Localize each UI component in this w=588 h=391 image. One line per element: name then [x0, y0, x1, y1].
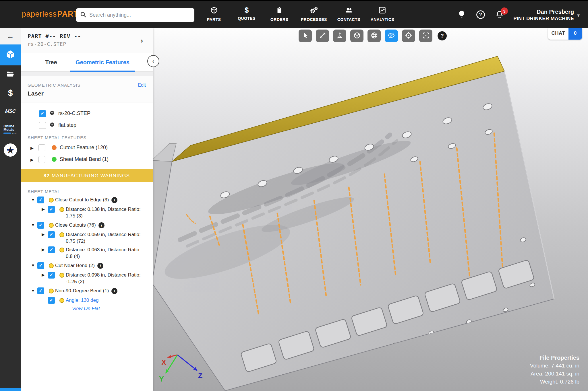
checkbox-checked[interactable]: ✓	[48, 297, 55, 304]
rail-item-3d-viewer[interactable]	[0, 44, 21, 65]
user-name: Dan Presberg	[513, 8, 574, 15]
rail-item-partial[interactable]	[0, 388, 21, 391]
panel-collapse-button[interactable]: ‹	[147, 55, 159, 67]
warning-group-row[interactable]: ▼ ✓ Non-90-Degree Bend (1) i	[31, 287, 148, 294]
caret-down-icon[interactable]: ▼	[31, 288, 36, 293]
caret-right-icon[interactable]: ▶	[42, 247, 46, 252]
view-on-flat-link[interactable]: --- View On Flat	[66, 306, 100, 312]
caret-down-icon[interactable]: ▼	[31, 197, 36, 202]
orient-target-button[interactable]	[402, 30, 415, 42]
warning-child-row[interactable]: ▶ ✓ Distance: 0.138 in, Distance Ratio: …	[42, 206, 148, 219]
warning-child-row[interactable]: ▶ ✓ Distance: 0.063 in, Distance Ratio: …	[42, 246, 148, 260]
caret-right-icon[interactable]: ▶	[30, 146, 35, 150]
checkbox-checked[interactable]: ✓	[39, 110, 46, 117]
caret-right-icon[interactable]: ▶	[42, 232, 46, 237]
warnings-tree: SHEET METAL ▼ ✓ Close Cutout to Edge (3)…	[21, 182, 153, 320]
checkbox-checked[interactable]: ✓	[48, 246, 55, 253]
rail-item-pricing[interactable]: $	[0, 84, 21, 102]
warning-child-row-selected[interactable]: ▶ ✓ Angle: 130 deg	[42, 297, 148, 304]
nav-item-contacts[interactable]: CONTACTS	[337, 5, 360, 22]
wireframe-view-button[interactable]	[368, 30, 381, 42]
warning-group-row[interactable]: ▼ ✓ Cut Near Bend (2) i	[31, 262, 148, 269]
warning-dot-icon	[59, 298, 64, 303]
warning-label: Non-90-Degree Bend (1)	[55, 287, 109, 294]
file-row[interactable]: ✓ rs-20-C.STEP	[28, 108, 146, 119]
nav-item-processes[interactable]: PROCESSES	[301, 5, 327, 22]
chevron-right-icon[interactable]: ›	[141, 37, 143, 45]
back-button[interactable]: ←	[0, 28, 21, 44]
feature-dot-icon	[52, 157, 57, 162]
3d-viewport[interactable]: X Y Z	[153, 28, 588, 391]
help-button[interactable]: ?	[475, 10, 486, 20]
checkbox-checked[interactable]: ✓	[37, 197, 44, 203]
warnings-count: 82	[44, 173, 50, 179]
nav-item-parts[interactable]: PARTS	[203, 5, 225, 22]
caret-right-icon[interactable]: ▶	[42, 207, 46, 211]
global-search[interactable]	[76, 8, 194, 22]
info-icon[interactable]: i	[98, 222, 105, 228]
info-icon[interactable]: i	[97, 263, 103, 269]
caret-down-icon[interactable]: ▼	[31, 223, 36, 227]
feature-row[interactable]: ▶ Cutout Feature (120)	[30, 142, 146, 153]
caret-right-icon[interactable]: ▶	[42, 273, 46, 277]
manufacturing-warnings-banner[interactable]: 82 MANUFACTURING WARNINGS	[21, 169, 153, 182]
solid-view-button[interactable]	[350, 30, 363, 42]
axis-y-label: Y	[159, 375, 164, 383]
focus-brackets-icon	[422, 32, 430, 40]
chevron-down-icon: ▼	[576, 13, 581, 18]
nav-item-quotes[interactable]: $ QUOTES	[235, 5, 258, 22]
viewer-help-button[interactable]: ?	[438, 31, 447, 40]
chevron-left-icon: ‹	[152, 58, 154, 64]
checkbox-unchecked[interactable]	[38, 156, 45, 163]
rail-item-online-metals[interactable]: Online Metals .com	[0, 120, 21, 139]
analysis-heading: GEOMETRIC ANALYSIS	[28, 83, 80, 87]
checkbox-checked[interactable]: ✓	[48, 206, 55, 213]
measure-tool-button[interactable]	[316, 30, 329, 42]
checkbox-unchecked[interactable]	[39, 122, 46, 129]
warning-child-row[interactable]: ▶ ✓ Distance: 0.059 in, Distance Ratio: …	[42, 231, 148, 244]
nav-item-analytics[interactable]: ANALYTICS	[371, 5, 394, 22]
user-org: PINT DRINKER MACHINE	[513, 15, 574, 22]
rail-item-bpi[interactable]: ★ BPI	[0, 139, 21, 161]
search-input[interactable]	[89, 12, 190, 18]
warning-child-row[interactable]: ▶ ✓ Distance: 0.098 in, Distance Ratio: …	[42, 272, 148, 285]
info-icon[interactable]: i	[111, 197, 117, 203]
caret-down-icon[interactable]: ▼	[31, 263, 36, 268]
analytics-chart-icon	[378, 6, 386, 15]
info-icon[interactable]: i	[111, 288, 117, 294]
checkbox-checked[interactable]: ✓	[37, 222, 44, 229]
notifications-button[interactable]: 3	[494, 10, 505, 20]
edit-link[interactable]: Edit	[138, 83, 146, 88]
warning-group-row[interactable]: ▼ ✓ Close Cutout to Edge (3) i	[31, 197, 148, 203]
hide-highlight-button[interactable]	[385, 30, 398, 42]
checkbox-checked[interactable]: ✓	[48, 272, 55, 279]
feature-row[interactable]: ▶ Sheet Metal Bend (1)	[30, 153, 146, 165]
warning-label: Cut Near Bend (2)	[55, 262, 95, 269]
tab-tree[interactable]: Tree	[32, 59, 70, 66]
feature-label: Cutout Feature (120)	[60, 145, 108, 151]
ideas-button[interactable]	[457, 10, 467, 20]
warning-dot-icon	[49, 263, 54, 268]
nav-item-orders[interactable]: ORDERS	[268, 5, 291, 22]
left-icon-rail: ← $ MSC Online Metals .com ★ BPI	[0, 28, 21, 391]
checkbox-checked[interactable]: ✓	[37, 262, 44, 269]
checkbox-unchecked[interactable]	[38, 144, 45, 151]
dimension-tool-button[interactable]	[333, 30, 346, 42]
zoom-fit-button[interactable]	[419, 30, 432, 42]
warning-label: Distance: 0.138 in, Distance Ratio: 1.75…	[66, 206, 143, 219]
view-on-flat-row[interactable]: --- View On Flat	[66, 306, 148, 312]
checkbox-checked[interactable]: ✓	[48, 231, 55, 238]
select-tool-button[interactable]	[299, 30, 312, 42]
rail-item-msc[interactable]: MSC	[0, 102, 21, 120]
features-heading: SHEET METAL FEATURES	[28, 135, 146, 140]
tab-geometric-features[interactable]: Geometric Features	[70, 59, 135, 66]
part-header[interactable]: PART #-- REV -- rs-20-C.STEP ›	[21, 28, 153, 53]
dollar-icon: $	[245, 6, 249, 14]
warning-group-row[interactable]: ▼ ✓ Close Cutouts (76) i	[31, 222, 148, 229]
back-arrow-icon: ←	[7, 32, 14, 41]
file-row[interactable]: flat.step	[28, 119, 146, 131]
rail-item-files[interactable]	[0, 65, 21, 84]
checkbox-checked[interactable]: ✓	[37, 287, 44, 294]
caret-right-icon[interactable]: ▶	[30, 157, 35, 162]
user-menu[interactable]: Dan Presberg PINT DRINKER MACHINE ▼	[513, 8, 581, 22]
